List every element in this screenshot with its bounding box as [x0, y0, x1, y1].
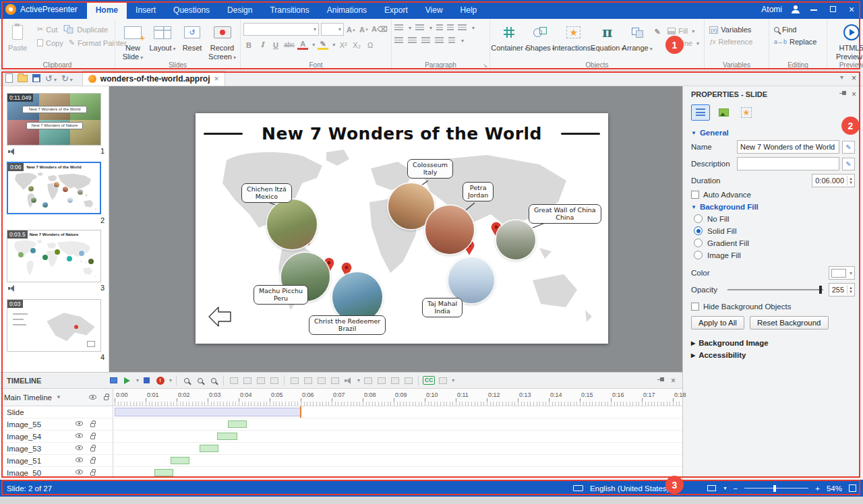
- fade-in-icon[interactable]: [362, 375, 374, 386]
- wonder-label-taj-mahal[interactable]: Taj MahalIndia: [422, 298, 463, 317]
- subscript-button[interactable]: X₂: [351, 39, 362, 51]
- zoom-in-button[interactable]: +: [815, 484, 820, 493]
- audio-tools-icon[interactable]: [343, 375, 354, 386]
- close-button[interactable]: ×: [847, 4, 856, 15]
- slide-editing-surface[interactable]: New 7 Wonders of the World Chichen ItzáM…: [196, 113, 608, 344]
- edit-points-icon[interactable]: ✎: [652, 26, 663, 38]
- arrange-button[interactable]: Arrange▾: [622, 21, 652, 53]
- slide-thumbnail-3[interactable]: 0:03.5 New 7 Wonders of Nature: [7, 230, 101, 282]
- zoom-in-icon[interactable]: [208, 375, 219, 386]
- slide-thumbnail-2[interactable]: 0:06 New 7 Wonders of the World: [7, 162, 101, 214]
- join-object-icon[interactable]: [268, 375, 280, 386]
- symbol-button[interactable]: Ω: [365, 39, 376, 51]
- zoom-out-icon[interactable]: [181, 375, 192, 386]
- closed-caption-button[interactable]: CC: [423, 375, 435, 386]
- edit-description-icon[interactable]: ✎: [842, 158, 855, 170]
- tab-insert[interactable]: Insert: [127, 2, 165, 19]
- font-family-combobox[interactable]: ▾: [243, 23, 319, 36]
- split-object-icon[interactable]: [255, 375, 266, 386]
- slide-duration-bar[interactable]: [115, 408, 301, 416]
- minimize-button[interactable]: [809, 5, 819, 14]
- pin-panel-icon[interactable]: [839, 90, 846, 96]
- user-icon[interactable]: [792, 5, 800, 13]
- fit-to-window-icon[interactable]: [849, 484, 856, 492]
- strikethrough-button[interactable]: abc: [284, 39, 295, 51]
- record-screen-button[interactable]: Record Screen▾: [207, 21, 237, 61]
- html5-preview-button[interactable]: HTML5 Preview▾: [831, 21, 863, 61]
- record-narration-button[interactable]: !: [154, 375, 166, 386]
- crop-range-icon[interactable]: [329, 375, 340, 386]
- layout-button[interactable]: Layout▾: [148, 21, 177, 53]
- font-size-combobox[interactable]: ▾: [321, 23, 344, 36]
- properties-tab-media[interactable]: [714, 104, 733, 121]
- lock-toggle-icon[interactable]: [90, 447, 95, 451]
- slide-thumbnail-1[interactable]: 0:11.049 New 7 Wonders of the World New …: [7, 93, 101, 146]
- section-header-accessibility[interactable]: ▶Accessibility: [691, 351, 855, 359]
- lock-all-icon[interactable]: [104, 396, 109, 400]
- zoom-reset-icon[interactable]: [194, 375, 206, 386]
- cut-range-icon[interactable]: [289, 375, 300, 386]
- increase-indent-icon[interactable]: [447, 24, 454, 31]
- section-header-general[interactable]: ▼General: [691, 129, 855, 137]
- grow-font-icon[interactable]: A▲: [346, 24, 357, 35]
- close-document-icon[interactable]: ×: [214, 74, 219, 84]
- shapes-button[interactable]: Shapes▾: [525, 21, 555, 53]
- slide-thumbnail-4[interactable]: 0:03: [7, 299, 101, 352]
- lock-toggle-icon[interactable]: [90, 472, 95, 476]
- undo-icon[interactable]: ↺▾: [45, 74, 57, 83]
- shrink-font-icon[interactable]: A▼: [359, 24, 369, 35]
- name-input[interactable]: [737, 140, 839, 154]
- delete-time-icon[interactable]: [241, 375, 253, 386]
- timeline-row-image54[interactable]: Image_54: [0, 431, 682, 443]
- paste-button[interactable]: Paste: [3, 21, 32, 53]
- tab-animations[interactable]: Animations: [318, 2, 376, 19]
- superscript-button[interactable]: X²: [338, 39, 349, 51]
- wonder-photo-taj-mahal[interactable]: [448, 257, 494, 303]
- reset-background-button[interactable]: Reset Background: [750, 316, 829, 329]
- gradient-fill-radio[interactable]: [694, 239, 703, 247]
- object-time-bar[interactable]: [217, 433, 237, 440]
- duration-spinner[interactable]: 0:06.000 ▲▼: [812, 174, 855, 187]
- wonder-label-colosseum[interactable]: ColosseumItaly: [407, 159, 453, 179]
- edit-name-icon[interactable]: ✎: [842, 141, 855, 154]
- slide-title[interactable]: New 7 Wonders of the World: [196, 124, 608, 144]
- tab-home[interactable]: Home: [87, 2, 127, 19]
- visibility-toggle-icon[interactable]: [76, 458, 83, 462]
- wonder-label-christ-redeemer[interactable]: Christ the RedeemerBrazil: [309, 315, 386, 335]
- redo-icon[interactable]: ↻▾: [61, 74, 73, 83]
- slide-pane-icon[interactable]: [108, 375, 119, 386]
- visibility-toggle-icon[interactable]: [76, 433, 83, 438]
- replace-button[interactable]: a↔bReplace: [772, 37, 824, 46]
- copy-range-icon[interactable]: [302, 375, 314, 386]
- save-icon[interactable]: [32, 74, 40, 82]
- reset-button[interactable]: ↺ Reset: [177, 21, 207, 53]
- close-pane-icon[interactable]: ×: [852, 73, 856, 83]
- wonder-photo-petra[interactable]: [425, 206, 474, 254]
- align-center-icon[interactable]: [408, 37, 417, 44]
- wonder-photo-chichen-itza[interactable]: [267, 199, 317, 249]
- wonder-label-chichen-itza[interactable]: Chichen ItzáMexico: [241, 183, 292, 203]
- interactions-button[interactable]: ★ Interactions▾: [555, 21, 592, 53]
- copy-button[interactable]: Copy: [35, 38, 65, 48]
- align-right-icon[interactable]: [421, 37, 430, 44]
- lock-toggle-icon[interactable]: [90, 423, 95, 427]
- close-panel-icon[interactable]: ×: [671, 376, 676, 385]
- spin-down-icon[interactable]: ▼: [849, 181, 853, 185]
- zoom-slider[interactable]: [744, 484, 808, 493]
- wonder-photo-christ-redeemer[interactable]: [332, 272, 382, 322]
- timeline-row-image50[interactable]: Image_50: [0, 467, 682, 479]
- spin-down-icon[interactable]: ▼: [849, 290, 853, 294]
- line-spacing-icon[interactable]: [458, 24, 467, 31]
- visibility-toggle-icon[interactable]: [76, 445, 83, 450]
- timeline-ruler[interactable]: Main Timeline▼ 0:00 0:01 0:02 0:03 0:04 …: [0, 389, 682, 406]
- slide-end-marker[interactable]: [300, 406, 301, 418]
- duplicate-button[interactable]: Duplicate: [61, 24, 110, 35]
- zoom-out-button[interactable]: −: [734, 484, 738, 493]
- vertical-align-icon[interactable]: [448, 37, 455, 44]
- timeline-row-image55[interactable]: Image_55: [0, 418, 682, 431]
- apply-to-all-button[interactable]: Apply to All: [691, 316, 744, 329]
- timeline-row-image51[interactable]: Image_51: [0, 455, 682, 467]
- timeline-selector[interactable]: Main Timeline▼: [0, 389, 113, 406]
- object-time-bar[interactable]: [171, 457, 189, 464]
- back-arrow-button[interactable]: [209, 307, 231, 326]
